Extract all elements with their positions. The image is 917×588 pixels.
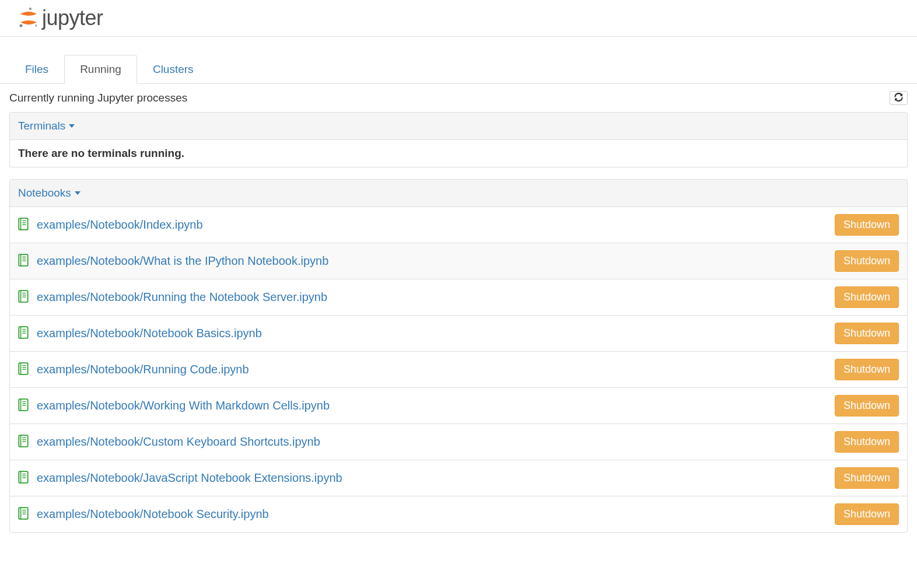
terminals-heading-label: Terminals xyxy=(18,120,65,132)
notebook-row: examples/Notebook/What is the IPython No… xyxy=(10,243,907,279)
shutdown-button[interactable]: Shutdown xyxy=(835,503,899,525)
shutdown-button[interactable]: Shutdown xyxy=(835,250,899,272)
notebook-row-left: examples/Notebook/Custom Keyboard Shortc… xyxy=(18,435,320,449)
notebook-row-left: examples/Notebook/JavaScript Notebook Ex… xyxy=(18,471,342,485)
notebook-link[interactable]: examples/Notebook/Running Code.ipynb xyxy=(37,363,249,376)
svg-rect-13 xyxy=(19,290,27,302)
notebooks-heading[interactable]: Notebooks xyxy=(10,180,907,207)
notebook-row-left: examples/Notebook/Running Code.ipynb xyxy=(18,362,249,377)
notebook-row: examples/Notebook/Running the Notebook S… xyxy=(10,279,907,316)
notebooks-panel: Notebooks examples/Notebook/Index.ipynb … xyxy=(9,179,908,533)
svg-point-0 xyxy=(29,8,32,10)
notebook-row: examples/Notebook/Notebook Security.ipyn… xyxy=(10,496,907,532)
svg-rect-23 xyxy=(19,363,27,374)
tab-running[interactable]: Running xyxy=(64,55,137,84)
notebook-icon xyxy=(18,254,29,268)
notebook-row: examples/Notebook/Notebook Basics.ipynb … xyxy=(10,316,907,352)
shutdown-button[interactable]: Shutdown xyxy=(835,467,899,489)
notebook-icon xyxy=(18,290,29,304)
shutdown-button[interactable]: Shutdown xyxy=(835,323,899,344)
subtitle-bar: Currently running Jupyter processes xyxy=(0,84,917,112)
notebook-row: examples/Notebook/Running Code.ipynb Shu… xyxy=(10,352,907,388)
jupyter-logo[interactable]: jupyter xyxy=(18,6,103,30)
notebook-icon xyxy=(18,398,29,413)
svg-point-2 xyxy=(35,24,37,27)
notebook-row: examples/Notebook/Index.ipynb Shutdown xyxy=(10,207,907,243)
notebook-link[interactable]: examples/Notebook/Notebook Basics.ipynb xyxy=(37,327,262,340)
notebook-link[interactable]: examples/Notebook/What is the IPython No… xyxy=(37,254,328,268)
tab-clusters[interactable]: Clusters xyxy=(137,55,209,84)
notebook-icon xyxy=(18,362,29,377)
svg-rect-28 xyxy=(19,399,27,411)
notebook-row: examples/Notebook/Custom Keyboard Shortc… xyxy=(10,424,907,460)
notebook-link[interactable]: examples/Notebook/Working With Markdown … xyxy=(37,399,330,412)
svg-point-1 xyxy=(20,24,23,27)
notebook-link[interactable]: examples/Notebook/Index.ipynb xyxy=(37,218,203,232)
terminals-empty-message: There are no terminals running. xyxy=(10,140,907,167)
refresh-button[interactable] xyxy=(890,91,908,105)
caret-down-icon xyxy=(75,191,80,195)
shutdown-button[interactable]: Shutdown xyxy=(835,431,899,453)
notebook-list: examples/Notebook/Index.ipynb Shutdown e… xyxy=(10,207,907,532)
notebook-icon xyxy=(18,435,29,449)
notebook-link[interactable]: examples/Notebook/Notebook Security.ipyn… xyxy=(37,508,269,521)
shutdown-button[interactable]: Shutdown xyxy=(835,286,899,308)
notebook-icon xyxy=(18,218,29,232)
svg-rect-43 xyxy=(19,508,27,519)
terminals-heading[interactable]: Terminals xyxy=(10,113,907,140)
jupyter-icon xyxy=(18,7,40,29)
svg-rect-8 xyxy=(19,254,27,266)
svg-rect-3 xyxy=(19,218,27,230)
notebook-icon xyxy=(18,507,29,522)
notebook-link[interactable]: examples/Notebook/Custom Keyboard Shortc… xyxy=(37,435,320,449)
notebook-row-left: examples/Notebook/Notebook Basics.ipynb xyxy=(18,326,262,341)
notebook-row-left: examples/Notebook/Running the Notebook S… xyxy=(18,290,327,304)
subtitle-text: Currently running Jupyter processes xyxy=(9,92,187,104)
notebook-row-left: examples/Notebook/What is the IPython No… xyxy=(18,254,328,268)
notebook-icon xyxy=(18,326,29,341)
terminals-panel: Terminals There are no terminals running… xyxy=(9,112,908,167)
notebooks-heading-label: Notebooks xyxy=(18,187,71,200)
svg-rect-38 xyxy=(19,471,27,483)
refresh-icon xyxy=(894,93,903,103)
caret-down-icon xyxy=(69,124,75,128)
tab-files[interactable]: Files xyxy=(9,55,64,84)
notebook-link[interactable]: examples/Notebook/Running the Notebook S… xyxy=(37,290,327,304)
tabs-bar: Files Running Clusters xyxy=(0,54,917,84)
shutdown-button[interactable]: Shutdown xyxy=(835,359,899,380)
notebook-row: examples/Notebook/Working With Markdown … xyxy=(10,388,907,424)
notebook-row-left: examples/Notebook/Notebook Security.ipyn… xyxy=(18,507,269,522)
notebook-row-left: examples/Notebook/Working With Markdown … xyxy=(18,398,330,413)
svg-rect-33 xyxy=(19,435,27,447)
header: jupyter xyxy=(0,0,917,37)
shutdown-button[interactable]: Shutdown xyxy=(835,395,899,416)
notebook-link[interactable]: examples/Notebook/JavaScript Notebook Ex… xyxy=(37,471,342,485)
logo-text: jupyter xyxy=(42,6,103,30)
notebook-icon xyxy=(18,471,29,485)
shutdown-button[interactable]: Shutdown xyxy=(835,214,899,236)
notebook-row: examples/Notebook/JavaScript Notebook Ex… xyxy=(10,460,907,496)
notebook-row-left: examples/Notebook/Index.ipynb xyxy=(18,218,203,232)
svg-rect-18 xyxy=(19,327,27,338)
